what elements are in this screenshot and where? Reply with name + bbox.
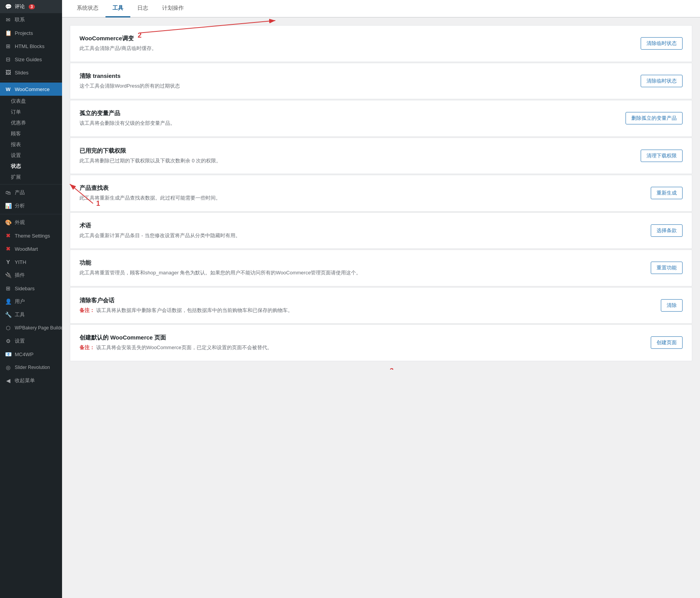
sidebar-label-projects: Projects bbox=[15, 30, 33, 36]
sidebar-item-mc4wp[interactable]: 📧 MC4WP bbox=[0, 348, 62, 361]
analytics-icon: 📊 bbox=[5, 202, 12, 209]
sidebar-label-tools: 工具 bbox=[15, 311, 25, 318]
sidebar-item-plugins[interactable]: 🔌 插件 bbox=[0, 269, 62, 282]
tool-desc: 此工具会清除产品/商店临时缓存。 bbox=[80, 45, 633, 52]
tool-desc: 此工具会重新计算产品条目 - 当您修改设置将产品从分类中隐藏时有用。 bbox=[80, 232, 643, 240]
sidebar-item-woocommerce[interactable]: W WooCommerce bbox=[0, 83, 62, 96]
sidebar-label-mc4wp: MC4WP bbox=[15, 352, 33, 357]
tool-desc-text: 该工具将从数据库中删除客户会话数据，包括数据库中的当前购物车和已保存的购物车。 bbox=[96, 307, 293, 313]
sidebar-label-woocommerce: WooCommerce bbox=[15, 86, 50, 92]
sub-item-reports[interactable]: 报表 bbox=[0, 139, 62, 150]
tab-logs[interactable]: 日志 bbox=[130, 0, 155, 17]
sidebar-item-html-blocks[interactable]: ⊞ HTML Blocks bbox=[0, 40, 62, 53]
tool-card-create-pages: 创建默认的 WooCommerce 页面 备注： 该工具将会安装丢失的WooCo… bbox=[70, 324, 692, 361]
btn-clean-download-permissions[interactable]: 清理下载权限 bbox=[641, 150, 683, 162]
btn-select-terms[interactable]: 选择条款 bbox=[651, 224, 683, 237]
sidebar-label-sidebars: Sidebars bbox=[15, 286, 35, 291]
slider-revolution-icon: ◎ bbox=[5, 364, 12, 371]
warn-label: 备注： bbox=[80, 345, 95, 350]
sidebar-item-sidebars[interactable]: ⊞ Sidebars bbox=[0, 282, 62, 295]
projects-icon: 📋 bbox=[5, 29, 12, 36]
sidebar-item-comments[interactable]: 💬 评论 3 bbox=[0, 0, 62, 13]
sidebar-item-yith[interactable]: Y YITH bbox=[0, 255, 62, 269]
tool-title: 清除 transients bbox=[80, 72, 633, 80]
sidebar-label-plugins: 插件 bbox=[15, 272, 25, 279]
sidebar-item-wpbakery[interactable]: ⬡ WPBakery Page Builder bbox=[0, 321, 62, 334]
sub-item-orders[interactable]: 订单 bbox=[0, 107, 62, 117]
sidebar-label-analytics: 分析 bbox=[15, 202, 25, 209]
btn-reset-capabilities[interactable]: 重置功能 bbox=[651, 262, 683, 274]
tool-info: 产品查找表 此工具将重新生成产品查找表数据。此过程可能需要一些时间。 bbox=[80, 184, 643, 202]
tool-info: WooCommerce调变 此工具会清除产品/商店临时缓存。 bbox=[80, 35, 633, 52]
tool-desc-text: 该工具将会安装丢失的WooCommerce页面，已定义和设置的页面不会被替代。 bbox=[96, 345, 272, 350]
sidebars-icon: ⊞ bbox=[5, 285, 12, 292]
tool-title: 已用完的下载权限 bbox=[80, 147, 633, 155]
sub-item-dashboard[interactable]: 仪表盘 bbox=[0, 96, 62, 107]
sidebar-item-contact[interactable]: ✉ 联系 bbox=[0, 13, 62, 26]
sidebar-item-collapse[interactable]: ◀ 收起菜单 bbox=[0, 374, 62, 387]
btn-regenerate-lookup[interactable]: 重新生成 bbox=[651, 187, 683, 199]
settings-icon: ⚙ bbox=[5, 338, 12, 345]
sidebar-item-analytics[interactable]: 📊 分析 bbox=[0, 199, 62, 212]
tool-card-product-lookup: 产品查找表 此工具将重新生成产品查找表数据。此过程可能需要一些时间。 重新生成 bbox=[70, 175, 692, 212]
sidebar-label-settings: 设置 bbox=[15, 338, 25, 345]
sidebar-item-slides[interactable]: 🖼 Slides bbox=[0, 66, 62, 79]
collapse-icon: ◀ bbox=[5, 377, 12, 384]
sidebar-label-appearance: 外观 bbox=[15, 219, 25, 226]
sub-item-extensions[interactable]: 扩展 bbox=[0, 172, 62, 183]
tool-desc: 这个工具会清除WordPress的所有的过期状态 bbox=[80, 82, 633, 90]
products-icon: 🛍 bbox=[5, 189, 12, 196]
tool-card-woo-transients: WooCommerce调变 此工具会清除产品/商店临时缓存。 清除临时状态 bbox=[70, 25, 692, 62]
comments-icon: 💬 bbox=[5, 3, 12, 10]
comments-badge: 3 bbox=[29, 4, 35, 9]
sub-item-coupons[interactable]: 优惠券 bbox=[0, 117, 62, 128]
size-guides-icon: ⊟ bbox=[5, 56, 12, 63]
tab-tools[interactable]: 工具 bbox=[105, 0, 130, 17]
tool-card-clear-transients: 清除 transients 这个工具会清除WordPress的所有的过期状态 清… bbox=[70, 63, 692, 100]
tool-title: 创建默认的 WooCommerce 页面 bbox=[80, 334, 643, 341]
tool-desc: 此工具将删除已过期的下载权限以及下载次数剩余 0 次的权限。 bbox=[80, 157, 633, 165]
sidebar-label-slides: Slides bbox=[15, 70, 28, 76]
btn-create-pages[interactable]: 创建页面 bbox=[651, 336, 683, 349]
tool-card-download-permissions: 已用完的下载权限 此工具将删除已过期的下载权限以及下载次数剩余 0 次的权限。 … bbox=[70, 138, 692, 174]
sidebar-item-size-guides[interactable]: ⊟ Size Guides bbox=[0, 53, 62, 66]
tool-card-capabilities: 功能 此工具将重置管理员，顾客和shop_manager 角色为默认。如果您的用… bbox=[70, 250, 692, 286]
sidebar-item-appearance[interactable]: 🎨 外观 bbox=[0, 216, 62, 229]
tool-title: 功能 bbox=[80, 259, 643, 267]
sub-item-settings[interactable]: 设置 bbox=[0, 150, 62, 161]
sidebar-label-html-blocks: HTML Blocks bbox=[15, 43, 45, 49]
sidebar-item-settings[interactable]: ⚙ 设置 bbox=[0, 334, 62, 348]
btn-delete-orphaned[interactable]: 删除孤立的变量产品 bbox=[626, 112, 683, 124]
sidebar-label-size-guides: Size Guides bbox=[15, 57, 42, 62]
tab-scheduled-actions[interactable]: 计划操作 bbox=[155, 0, 191, 17]
contact-icon: ✉ bbox=[5, 16, 12, 23]
sidebar-item-slider-revolution[interactable]: ◎ Slider Revolution bbox=[0, 361, 62, 374]
tool-info: 术语 此工具会重新计算产品条目 - 当您修改设置将产品从分类中隐藏时有用。 bbox=[80, 222, 643, 240]
sidebar: 💬 评论 3 ✉ 联系 📋 Projects ⊞ HTML Blocks ⊟ S… bbox=[0, 0, 62, 598]
sidebar-item-products[interactable]: 🛍 产品 bbox=[0, 186, 62, 199]
btn-clear-sessions[interactable]: 清除 bbox=[661, 299, 683, 312]
tab-system-status[interactable]: 系统状态 bbox=[70, 0, 105, 17]
sidebar-item-woodmart[interactable]: ✖ WoodMart bbox=[0, 242, 62, 255]
sidebar-item-theme-settings[interactable]: ✖ Theme Settings bbox=[0, 229, 62, 242]
sidebar-label-collapse: 收起菜单 bbox=[15, 377, 35, 384]
sidebar-label-woodmart: WoodMart bbox=[15, 246, 38, 252]
yith-icon: Y bbox=[5, 259, 12, 265]
sidebar-label-yith: YITH bbox=[15, 259, 26, 265]
tool-title: 产品查找表 bbox=[80, 184, 643, 192]
btn-clear-woo-transients[interactable]: 清除临时状态 bbox=[641, 37, 683, 50]
tool-info: 清除 transients 这个工具会清除WordPress的所有的过期状态 bbox=[80, 72, 633, 90]
woodmart-icon: ✖ bbox=[5, 245, 12, 252]
separator bbox=[0, 81, 62, 81]
tools-content: 1 2 3 WooCommerce调变 此工具会清除产品/商店临时缓存。 清除临… bbox=[62, 17, 700, 370]
sub-item-status[interactable]: 状态 bbox=[0, 161, 62, 172]
btn-clear-transients[interactable]: 清除临时状态 bbox=[641, 75, 683, 87]
main-content: 系统状态 工具 日志 计划操作 1 2 3 WooCommerce bbox=[62, 0, 700, 598]
tool-desc: 备注： 该工具将从数据库中删除客户会话数据，包括数据库中的当前购物车和已保存的购… bbox=[80, 307, 653, 314]
mc4wp-icon: 📧 bbox=[5, 351, 12, 358]
sidebar-item-projects[interactable]: 📋 Projects bbox=[0, 26, 62, 40]
sidebar-item-tools[interactable]: 🔧 工具 bbox=[0, 308, 62, 321]
sub-item-customers[interactable]: 顾客 bbox=[0, 128, 62, 139]
sidebar-item-users[interactable]: 👤 用户 bbox=[0, 295, 62, 308]
sidebar-label-contact: 联系 bbox=[15, 16, 25, 23]
